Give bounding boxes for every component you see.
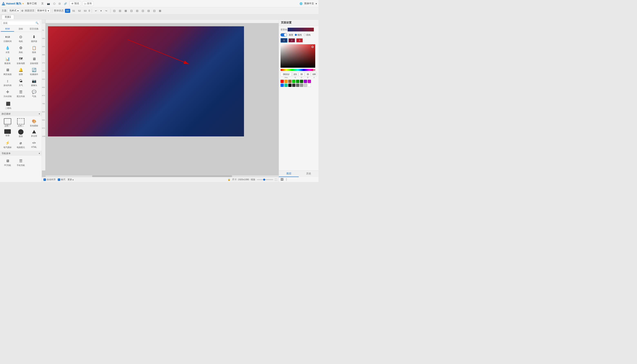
layer-icon-1[interactable]: 🖼 — [281, 178, 283, 181]
state-s0-btn[interactable]: S0 — [65, 9, 70, 13]
align-top-btn[interactable]: ⊡ — [129, 8, 134, 13]
tab-lang-switch[interactable]: 语言切换 — [28, 26, 41, 32]
align-bottom-btn[interactable]: ⊡ — [141, 8, 145, 13]
swatch-red[interactable] — [281, 80, 284, 83]
radio-radial[interactable]: 径向 — [304, 34, 311, 36]
widget-polygon[interactable]: 多边形 — [28, 128, 41, 139]
widget-report[interactable]: 📋 报表 — [28, 44, 41, 55]
swatch-green-dark[interactable] — [300, 80, 303, 83]
swatch-purple-light[interactable] — [304, 80, 307, 83]
swatch-white[interactable] — [308, 84, 311, 87]
swatch-dark-gray[interactable] — [292, 84, 295, 87]
distribute-h-btn[interactable]: ⊟ — [146, 8, 151, 13]
widget-motor[interactable]: ⊙ 电机 — [15, 33, 27, 44]
page1-tab[interactable]: 页面1 — [2, 15, 14, 19]
a-input[interactable] — [311, 72, 317, 76]
widget-fan[interactable]: ⚙ 风机 — [15, 44, 27, 55]
nav-section-header[interactable]: 导航菜单 ▾ — [0, 151, 42, 156]
undo-btn[interactable]: ↩ — [94, 8, 98, 13]
widget-webpage[interactable]: 🖥 网页画面 — [1, 66, 14, 77]
canvas-lang-select[interactable]: 简体中文 ▾ — [36, 8, 50, 13]
swatch-teal[interactable] — [284, 84, 288, 87]
swatch-purple[interactable] — [308, 80, 311, 83]
gradient-toggle[interactable] — [281, 33, 287, 36]
undo-dropdown-btn[interactable]: ▾ — [100, 8, 102, 13]
hex-input[interactable] — [281, 72, 292, 76]
history-tab[interactable]: 历史 — [299, 171, 318, 177]
swatch-green-light[interactable] — [292, 80, 295, 83]
widget-qrcode[interactable]: ⬛ 二维码 — [1, 100, 15, 110]
widget-datetime[interactable]: 8:13 日期时间 — [1, 33, 14, 44]
color-stop-2[interactable]: 2 — [288, 38, 295, 42]
image-icon-btn[interactable]: 📷 — [46, 2, 51, 6]
fullscreen-icon[interactable]: ⛶ — [275, 178, 277, 181]
align-center-v-btn[interactable]: ⊟ — [135, 8, 139, 13]
canvas-content[interactable] — [48, 26, 244, 136]
widget-imglist[interactable]: ☰ 图文列表 — [15, 88, 27, 99]
zoom-thumb[interactable] — [263, 179, 265, 181]
swatch-blue[interactable] — [281, 84, 284, 87]
swatch-lighter-gray[interactable] — [304, 84, 307, 87]
radio-linear[interactable]: 线性 — [295, 34, 302, 36]
publish-btn[interactable]: ▷ 发布 — [83, 1, 94, 6]
chevron-down-icon[interactable]: ▾ — [316, 2, 317, 5]
widget-devicemap[interactable]: 🗺 设备地图 — [15, 55, 27, 66]
theme-select[interactable]: 无样式 ▾ — [8, 8, 20, 13]
widget-camera[interactable]: 📷 摄像头 — [28, 77, 41, 88]
widget-pump[interactable]: 💧 水泵 — [1, 44, 14, 55]
widget-mobilenav[interactable]: ☰ 手机导航 — [15, 157, 27, 168]
widget-rect[interactable]: 矩形 — [1, 128, 14, 139]
b-input[interactable] — [305, 72, 311, 76]
color-stop-3[interactable]: 3 — [296, 38, 303, 42]
static-section-header[interactable]: 静态素材 ▾ — [0, 111, 42, 116]
widget-bubble[interactable]: 💬 气泡 — [28, 88, 41, 99]
text-icon-btn[interactable]: 文 — [41, 2, 45, 6]
widget-direction[interactable]: ✛ 方向控制 — [1, 88, 14, 99]
widget-pcnav[interactable]: 🖥 PC导航 — [1, 157, 14, 168]
swatch-brown[interactable] — [288, 80, 292, 83]
search-input[interactable] — [3, 22, 35, 24]
color-stop-1[interactable]: 1 — [281, 38, 288, 42]
link-icon-btn[interactable]: 🔗 — [63, 2, 68, 6]
widget-mixer[interactable]: ⬇ 搅拌器 — [28, 33, 41, 44]
align-right-btn[interactable]: ⊠ — [124, 8, 128, 13]
state-s2-btn[interactable]: S2 — [77, 9, 82, 13]
ruler-checkbox[interactable]: ✓ — [58, 178, 60, 181]
swatch-mid-gray[interactable] — [296, 84, 299, 87]
widget-border2[interactable]: 边框二 — [15, 118, 27, 128]
search-box[interactable]: 🔍 — [2, 21, 40, 25]
ruler-check[interactable]: ✓ 标尺 — [58, 178, 66, 181]
distribute-v-btn[interactable]: ⊡ — [152, 8, 157, 13]
widget-scrolllist[interactable]: ↕ 滚动列表 — [1, 77, 14, 88]
redo-btn[interactable]: ↪ — [104, 8, 109, 13]
widget-coloricon[interactable]: 🎨 彩色图标 — [28, 118, 41, 128]
widget-alarm[interactable]: 🔔 报警 — [15, 66, 27, 77]
tab-cursor[interactable]: 游标 — [14, 26, 27, 32]
layer-icon-btn[interactable]: ⊡ — [58, 2, 62, 6]
widget-datatable[interactable]: 📊 数据表 — [1, 55, 14, 66]
widget-circuit[interactable]: ⌀ 电路图元 — [15, 139, 27, 150]
layer-icon-2[interactable]: ⋮ — [285, 178, 288, 181]
auto-align-checkbox[interactable]: ✓ — [44, 178, 46, 181]
more-align-btn[interactable]: ⊠ — [158, 8, 162, 13]
align-center-h-btn[interactable]: ⊟ — [118, 8, 122, 13]
zoom-slider-container[interactable] — [257, 179, 273, 180]
r-input[interactable] — [292, 72, 298, 76]
align-left-btn[interactable]: ⊡ — [112, 8, 117, 13]
swatch-black[interactable] — [288, 84, 292, 87]
widget-html[interactable]: </> HTML — [28, 139, 41, 150]
widget-weather[interactable]: 🌤 天气 — [15, 77, 27, 88]
swatch-light-gray[interactable] — [300, 84, 303, 87]
swatch-green-mid[interactable] — [296, 80, 299, 83]
widget-electric[interactable]: ⚡ 电气图标 — [1, 139, 14, 150]
widget-circle[interactable]: 圆形 — [15, 128, 27, 139]
shape-icon-btn[interactable]: ⬡ — [53, 2, 56, 6]
state-s1-btn[interactable]: S1 — [71, 9, 76, 13]
widget-devicescreen[interactable]: 🖥 设备画面 — [28, 55, 41, 66]
widget-carousel[interactable]: 🔄 轮播插件 — [28, 66, 41, 77]
bg-color-swatch[interactable] — [288, 28, 314, 32]
preview-btn[interactable]: 👁 预览 — [69, 1, 81, 6]
h-scrollbar-thumb[interactable] — [92, 175, 232, 177]
state-s3-btn[interactable]: S3 — [83, 9, 87, 13]
hue-slider[interactable] — [281, 69, 315, 71]
